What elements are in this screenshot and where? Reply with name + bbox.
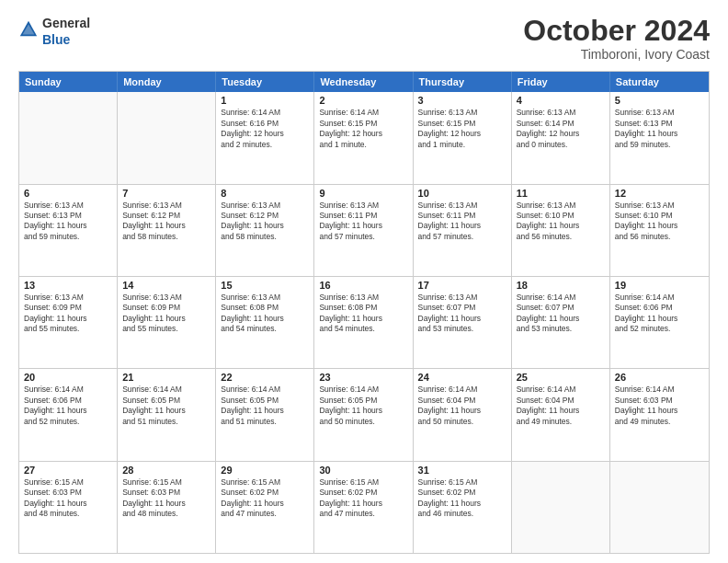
day-number: 3	[418, 95, 506, 106]
cell-text: Sunrise: 6:14 AMSunset: 6:06 PMDaylight:…	[615, 293, 704, 335]
table-row: 23Sunrise: 6:14 AMSunset: 6:05 PMDayligh…	[314, 369, 413, 460]
cell-text: Sunrise: 6:13 AMSunset: 6:10 PMDaylight:…	[615, 201, 704, 243]
cell-text: Sunrise: 6:13 AMSunset: 6:08 PMDaylight:…	[221, 293, 309, 335]
table-row: 7Sunrise: 6:13 AMSunset: 6:12 PMDaylight…	[118, 185, 216, 276]
cell-text: Sunrise: 6:13 AMSunset: 6:07 PMDaylight:…	[418, 293, 506, 335]
calendar-header-cell: Monday	[118, 72, 216, 92]
table-row	[512, 462, 610, 553]
calendar-row: 27Sunrise: 6:15 AMSunset: 6:03 PMDayligh…	[19, 461, 709, 553]
day-number: 25	[517, 372, 605, 383]
table-row: 5Sunrise: 6:13 AMSunset: 6:13 PMDaylight…	[610, 92, 709, 183]
day-number: 17	[418, 280, 506, 291]
day-number: 23	[319, 372, 407, 383]
table-row: 21Sunrise: 6:14 AMSunset: 6:05 PMDayligh…	[118, 369, 216, 460]
day-number: 30	[319, 465, 407, 476]
cell-text: Sunrise: 6:13 AMSunset: 6:09 PMDaylight:…	[122, 293, 210, 335]
table-row: 14Sunrise: 6:13 AMSunset: 6:09 PMDayligh…	[118, 277, 216, 368]
table-row: 31Sunrise: 6:15 AMSunset: 6:02 PMDayligh…	[414, 462, 512, 553]
table-row: 1Sunrise: 6:14 AMSunset: 6:16 PMDaylight…	[216, 92, 314, 183]
day-number: 4	[517, 95, 605, 106]
cell-text: Sunrise: 6:13 AMSunset: 6:09 PMDaylight:…	[24, 293, 112, 335]
table-row: 22Sunrise: 6:14 AMSunset: 6:05 PMDayligh…	[216, 369, 314, 460]
day-number: 31	[418, 465, 506, 476]
day-number: 22	[221, 372, 309, 383]
calendar-header-cell: Thursday	[414, 72, 512, 92]
day-number: 26	[615, 372, 704, 383]
logo-blue: Blue	[42, 32, 70, 47]
cell-text: Sunrise: 6:13 AMSunset: 6:13 PMDaylight:…	[24, 201, 112, 243]
day-number: 24	[418, 372, 506, 383]
day-number: 29	[221, 465, 309, 476]
calendar-header-cell: Sunday	[19, 72, 118, 92]
table-row: 4Sunrise: 6:13 AMSunset: 6:14 PMDaylight…	[512, 92, 610, 183]
table-row: 2Sunrise: 6:14 AMSunset: 6:15 PMDaylight…	[314, 92, 413, 183]
calendar-row: 20Sunrise: 6:14 AMSunset: 6:06 PMDayligh…	[19, 368, 709, 460]
table-row: 15Sunrise: 6:13 AMSunset: 6:08 PMDayligh…	[216, 277, 314, 368]
calendar-body: 1Sunrise: 6:14 AMSunset: 6:16 PMDaylight…	[19, 92, 709, 553]
table-row: 28Sunrise: 6:15 AMSunset: 6:03 PMDayligh…	[118, 462, 216, 553]
cell-text: Sunrise: 6:14 AMSunset: 6:04 PMDaylight:…	[517, 385, 605, 427]
day-number: 8	[221, 188, 309, 199]
table-row: 27Sunrise: 6:15 AMSunset: 6:03 PMDayligh…	[19, 462, 118, 553]
title-block: October 2024 Timboroni, Ivory Coast	[523, 15, 710, 62]
day-number: 9	[319, 188, 407, 199]
day-number: 7	[122, 188, 210, 199]
table-row	[118, 92, 216, 183]
cell-text: Sunrise: 6:14 AMSunset: 6:03 PMDaylight:…	[615, 385, 704, 427]
cell-text: Sunrise: 6:14 AMSunset: 6:06 PMDaylight:…	[24, 385, 112, 427]
table-row: 29Sunrise: 6:15 AMSunset: 6:02 PMDayligh…	[216, 462, 314, 553]
cell-text: Sunrise: 6:13 AMSunset: 6:11 PMDaylight:…	[418, 201, 506, 243]
cell-text: Sunrise: 6:13 AMSunset: 6:11 PMDaylight:…	[319, 201, 407, 243]
cell-text: Sunrise: 6:13 AMSunset: 6:12 PMDaylight:…	[122, 201, 210, 243]
cell-text: Sunrise: 6:14 AMSunset: 6:05 PMDaylight:…	[122, 385, 210, 427]
cell-text: Sunrise: 6:15 AMSunset: 6:02 PMDaylight:…	[418, 477, 506, 520]
table-row: 26Sunrise: 6:14 AMSunset: 6:03 PMDayligh…	[610, 369, 709, 460]
table-row: 25Sunrise: 6:14 AMSunset: 6:04 PMDayligh…	[512, 369, 610, 460]
cell-text: Sunrise: 6:14 AMSunset: 6:05 PMDaylight:…	[319, 385, 407, 427]
calendar-header-row: SundayMondayTuesdayWednesdayThursdayFrid…	[19, 72, 709, 92]
table-row: 3Sunrise: 6:13 AMSunset: 6:15 PMDaylight…	[414, 92, 512, 183]
cell-text: Sunrise: 6:15 AMSunset: 6:03 PMDaylight:…	[24, 477, 112, 520]
cell-text: Sunrise: 6:13 AMSunset: 6:12 PMDaylight:…	[221, 201, 309, 243]
table-row: 12Sunrise: 6:13 AMSunset: 6:10 PMDayligh…	[610, 185, 709, 276]
table-row: 19Sunrise: 6:14 AMSunset: 6:06 PMDayligh…	[610, 277, 709, 368]
cell-text: Sunrise: 6:13 AMSunset: 6:15 PMDaylight:…	[418, 108, 506, 150]
table-row: 10Sunrise: 6:13 AMSunset: 6:11 PMDayligh…	[414, 185, 512, 276]
day-number: 20	[24, 372, 112, 383]
day-number: 2	[319, 95, 407, 106]
day-number: 12	[615, 188, 704, 199]
table-row: 20Sunrise: 6:14 AMSunset: 6:06 PMDayligh…	[19, 369, 118, 460]
table-row	[19, 92, 118, 183]
table-row: 11Sunrise: 6:13 AMSunset: 6:10 PMDayligh…	[512, 185, 610, 276]
day-number: 21	[122, 372, 210, 383]
month-title: October 2024	[523, 15, 710, 47]
table-row: 17Sunrise: 6:13 AMSunset: 6:07 PMDayligh…	[414, 277, 512, 368]
day-number: 15	[221, 280, 309, 291]
day-number: 1	[221, 95, 309, 106]
day-number: 14	[122, 280, 210, 291]
page: General Blue October 2024 Timboroni, Ivo…	[0, 0, 728, 563]
table-row: 13Sunrise: 6:13 AMSunset: 6:09 PMDayligh…	[19, 277, 118, 368]
calendar-header-cell: Friday	[512, 72, 610, 92]
table-row: 30Sunrise: 6:15 AMSunset: 6:02 PMDayligh…	[314, 462, 413, 553]
table-row: 24Sunrise: 6:14 AMSunset: 6:04 PMDayligh…	[414, 369, 512, 460]
calendar-header-cell: Wednesday	[314, 72, 413, 92]
day-number: 6	[24, 188, 112, 199]
calendar-row: 13Sunrise: 6:13 AMSunset: 6:09 PMDayligh…	[19, 276, 709, 368]
logo-icon	[18, 19, 39, 40]
subtitle: Timboroni, Ivory Coast	[523, 47, 710, 62]
day-number: 19	[615, 280, 704, 291]
cell-text: Sunrise: 6:13 AMSunset: 6:13 PMDaylight:…	[615, 108, 704, 150]
calendar-header-cell: Tuesday	[216, 72, 314, 92]
cell-text: Sunrise: 6:14 AMSunset: 6:15 PMDaylight:…	[319, 108, 407, 150]
day-number: 10	[418, 188, 506, 199]
day-number: 16	[319, 280, 407, 291]
calendar-row: 6Sunrise: 6:13 AMSunset: 6:13 PMDaylight…	[19, 184, 709, 276]
calendar: SundayMondayTuesdayWednesdayThursdayFrid…	[18, 71, 710, 554]
cell-text: Sunrise: 6:13 AMSunset: 6:08 PMDaylight:…	[319, 293, 407, 335]
table-row	[610, 462, 709, 553]
cell-text: Sunrise: 6:15 AMSunset: 6:02 PMDaylight:…	[319, 477, 407, 520]
day-number: 11	[517, 188, 605, 199]
table-row: 8Sunrise: 6:13 AMSunset: 6:12 PMDaylight…	[216, 185, 314, 276]
calendar-header-cell: Saturday	[610, 72, 709, 92]
